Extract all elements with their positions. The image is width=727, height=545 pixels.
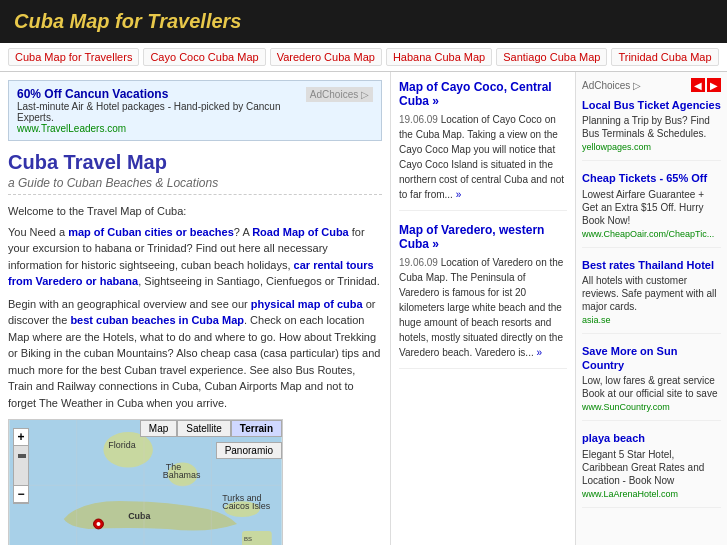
- ad-banner: AdChoices ▷ 60% Off Cancun Vacations Las…: [8, 80, 382, 141]
- article-varedero-title[interactable]: Map of Varedero, western Cuba »: [399, 223, 567, 251]
- adchoices-label: AdChoices ▷: [306, 87, 373, 102]
- ad-block-3: Best rates Thailand Hotel All hotels wit…: [582, 258, 721, 334]
- article-cayo-coco: Map of Cayo Coco, Central Cuba » 19.06.0…: [399, 80, 567, 211]
- ad-block-4-text: Low, low fares & great service Book at o…: [582, 374, 721, 400]
- ad-block-2-title[interactable]: Cheap Tickets - 65% Off: [582, 171, 721, 185]
- main-layout: AdChoices ▷ 60% Off Cancun Vacations Las…: [0, 72, 727, 545]
- body-p1: You Need a map of Cuban cities or beache…: [8, 224, 382, 290]
- ad-block-5-title[interactable]: playa beach: [582, 431, 721, 445]
- svg-text:Florida: Florida: [108, 440, 135, 450]
- article-cayo-coco-text: Location of Cayo Coco on the Cuba Map. T…: [399, 114, 564, 200]
- nav-link-santiago-cuba-map[interactable]: Santiago Cuba Map: [496, 48, 607, 66]
- zoom-in-btn[interactable]: +: [14, 429, 28, 446]
- ad-block-3-text: All hotels with customer reviews. Safe p…: [582, 274, 721, 313]
- article-cayo-coco-title[interactable]: Map of Cayo Coco, Central Cuba »: [399, 80, 567, 108]
- ad-block-4-title[interactable]: Save More on Sun Country: [582, 344, 721, 373]
- ad-block-5-url: www.LaArenaHotel.com: [582, 489, 721, 499]
- map-container: Map Satellite Terrain Panoramio + − Flor…: [8, 419, 283, 545]
- map-btn-satellite[interactable]: Satellite: [177, 420, 231, 437]
- zoom-out-btn[interactable]: −: [14, 486, 28, 503]
- body-text: Welcome to the Travel Map of Cuba: You N…: [8, 203, 382, 411]
- panoramio-btn[interactable]: Panoramio: [216, 442, 282, 459]
- article-varedero-more[interactable]: »: [537, 347, 543, 358]
- ad-block-3-title[interactable]: Best rates Thailand Hotel: [582, 258, 721, 272]
- article-varedero-date: 19.06.09: [399, 257, 441, 268]
- ad-block-2: Cheap Tickets - 65% Off Lowest Airfare G…: [582, 171, 721, 247]
- adchoices-nav: ◀ ▶: [691, 78, 721, 92]
- page-title: Cuba Travel Map: [8, 151, 382, 174]
- svg-text:BS: BS: [244, 536, 252, 542]
- ad-url: www.TravelLeaders.com: [17, 123, 373, 134]
- svg-point-16: [96, 522, 100, 526]
- nav-link-habana-cuba-map[interactable]: Habana Cuba Map: [386, 48, 492, 66]
- nav-bar: Cuba Map for TravellersCayo Coco Cuba Ma…: [0, 43, 727, 72]
- ad-block-1: Local Bus Ticket Agencies Planning a Tri…: [582, 98, 721, 161]
- ad-block-1-text: Planning a Trip by Bus? Find Bus Termina…: [582, 114, 721, 140]
- adchoices-prev[interactable]: ◀: [691, 78, 705, 92]
- svg-text:Bahamas: Bahamas: [163, 470, 201, 480]
- ad-block-1-title[interactable]: Local Bus Ticket Agencies: [582, 98, 721, 112]
- article-varedero: Map of Varedero, western Cuba » 19.06.09…: [399, 223, 567, 369]
- ad-block-2-url: www.CheapOair.com/CheapTic...: [582, 229, 721, 239]
- adchoices-text: AdChoices ▷: [582, 80, 641, 91]
- ad-block-2-text: Lowest Airfare Guarantee + Get an Extra …: [582, 188, 721, 227]
- map-controls: Map Satellite Terrain: [140, 420, 282, 437]
- site-header: Cuba Map for Travellers: [0, 0, 727, 43]
- site-title: Cuba Map for Travellers: [14, 10, 713, 33]
- svg-text:Caicos Isles: Caicos Isles: [222, 501, 271, 511]
- ad-block-5-text: Elegant 5 Star Hotel, Caribbean Great Ra…: [582, 448, 721, 487]
- svg-text:Cuba: Cuba: [128, 511, 151, 521]
- ad-subtitle: Last-minute Air & Hotel packages - Hand-…: [17, 101, 373, 123]
- ad-block-4-url: www.SunCountry.com: [582, 402, 721, 412]
- page-subtitle: a Guide to Cuban Beaches & Locations: [8, 176, 382, 195]
- ad-block-1-url: yellowpages.com: [582, 142, 721, 152]
- center-content: Map of Cayo Coco, Central Cuba » 19.06.0…: [390, 72, 575, 545]
- left-content: AdChoices ▷ 60% Off Cancun Vacations Las…: [0, 72, 390, 545]
- zoom-controls: + −: [13, 428, 29, 504]
- nav-link-varedero-cuba-map[interactable]: Varedero Cuba Map: [270, 48, 382, 66]
- ad-block-4: Save More on Sun Country Low, low fares …: [582, 344, 721, 422]
- adchoices-next[interactable]: ▶: [707, 78, 721, 92]
- intro-text: Welcome to the Travel Map of Cuba:: [8, 203, 382, 220]
- body-p2: Begin with an geographical overview and …: [8, 296, 382, 412]
- article-varedero-text: Location of Varedero on the Cuba Map. Th…: [399, 257, 563, 358]
- map-btn-map[interactable]: Map: [140, 420, 177, 437]
- article-cayo-coco-date: 19.06.09: [399, 114, 441, 125]
- nav-link-cayo-coco-cuba-map[interactable]: Cayo Coco Cuba Map: [143, 48, 265, 66]
- ad-block-5: playa beach Elegant 5 Star Hotel, Caribb…: [582, 431, 721, 507]
- adchoices-header: AdChoices ▷ ◀ ▶: [582, 78, 721, 92]
- article-cayo-coco-more[interactable]: »: [456, 189, 462, 200]
- nav-link-trinidad-cuba-map[interactable]: Trinidad Cuba Map: [611, 48, 718, 66]
- right-sidebar: AdChoices ▷ ◀ ▶ Local Bus Ticket Agencie…: [575, 72, 727, 545]
- nav-link-cuba-map-for-travellers[interactable]: Cuba Map for Travellers: [8, 48, 139, 66]
- ad-block-3-url: asia.se: [582, 315, 721, 325]
- map-btn-terrain[interactable]: Terrain: [231, 420, 282, 437]
